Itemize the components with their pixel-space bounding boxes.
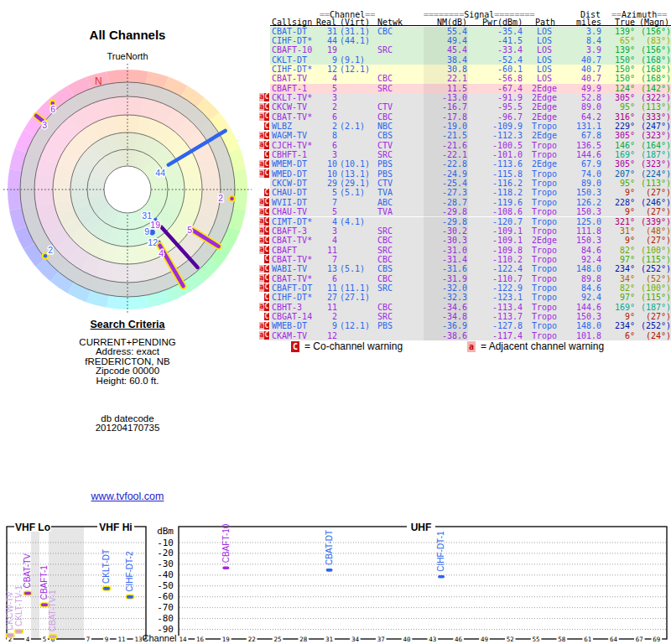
radar-marker-ch2 xyxy=(229,195,235,201)
cell-path: Tropo xyxy=(525,150,564,159)
cell-real: 8 xyxy=(304,131,337,140)
cell-pwr: -127.8 xyxy=(470,321,523,330)
table-row: CBAT-DT31(31.1)CBC55.4-35.4LOS3.9139°(15… xyxy=(270,27,671,36)
cell-pwr: -118.2 xyxy=(470,188,523,197)
channel-tick-label: 25 xyxy=(273,636,281,643)
cell-az_magn: (113°) xyxy=(637,179,671,188)
cell-nm: -22.1 xyxy=(419,150,467,159)
cell-az_true: 234° xyxy=(603,264,635,273)
cell-path: Tropo xyxy=(525,303,564,312)
cell-real: 13 xyxy=(304,264,337,273)
legend-adjacent-channel: a= Adjacent channel warning xyxy=(467,340,604,352)
cell-az_true: 146° xyxy=(603,141,635,150)
cell-az_magn: (168°) xyxy=(637,74,671,83)
radar-marker-label: 2 xyxy=(218,193,223,203)
channel-tick-label: 9 xyxy=(105,636,109,643)
warning-flags: C xyxy=(258,313,269,321)
co-channel-warning-icon: C xyxy=(264,274,269,283)
cell-miles: 3.9 xyxy=(567,45,601,55)
cell-az_magn: (246°) xyxy=(637,198,671,207)
cell-pwr: -112.3 xyxy=(470,131,523,140)
cell-az_true: 207° xyxy=(603,169,635,179)
co-channel-warning-icon: C xyxy=(264,93,269,101)
cell-miles: 67.8 xyxy=(567,131,601,140)
channel-tick-label: 58 xyxy=(558,636,566,643)
cell-az_magn: (83°) xyxy=(637,36,671,45)
radar-marker-label: 6 xyxy=(50,104,55,114)
cell-real: 5 xyxy=(304,84,337,93)
cell-netwk: SRC xyxy=(377,312,411,321)
channel-tick-label: 28 xyxy=(299,636,308,643)
channel-tick-label: 67 xyxy=(636,636,643,643)
tvfool-link[interactable]: www.tvfool.com xyxy=(44,491,211,502)
table-row: aCWMED-DT10(13.1)PBS-24.9-115.8Tropo74.0… xyxy=(270,169,671,179)
table-row: CIHF-DT*44(44.1)49.4-41.5LOS8.465°(83°) xyxy=(270,36,671,45)
table-row: aCCBAFT-DT11(11.1)SRC-32.0-122.9Tropo84.… xyxy=(270,283,671,293)
cell-nm: -21.6 xyxy=(419,141,467,150)
warning-flags: aC xyxy=(258,198,269,206)
cell-path: Tropo xyxy=(525,217,564,226)
co-channel-warning-icon: C xyxy=(264,208,269,216)
chart-marker-label: CBAT-TV-1 xyxy=(48,589,57,631)
cell-az_magn: (48°) xyxy=(637,226,671,236)
cell-real: 3 xyxy=(304,226,337,236)
co-channel-warning-icon: C xyxy=(264,322,269,330)
warning-flags: aC xyxy=(258,169,269,178)
table-row: aCCKCW-TV2CTV-16.7-95.52Edge89.095°(113°… xyxy=(270,102,671,112)
cell-az_true: 150° xyxy=(603,74,635,83)
warning-flags: aC xyxy=(258,236,269,245)
cell-miles: 125.0 xyxy=(567,217,601,226)
warning-flags: aC xyxy=(258,303,269,311)
cell-miles: 40.7 xyxy=(567,55,601,65)
cell-real: 10 xyxy=(304,159,337,169)
cell-nm: -31.6 xyxy=(419,264,467,273)
cell-netwk: CBS xyxy=(377,131,411,140)
chart-marker-CKLT-DT xyxy=(103,587,110,590)
warning-flags: aC xyxy=(258,246,269,254)
warning-flags xyxy=(258,27,269,35)
table-row: aCCBAT-TV*4CBC-30.3-109.12Edge150.39°(27… xyxy=(270,236,671,245)
chart-marker-CKLT-TV-1 xyxy=(16,630,23,633)
cell-pwr: -109.1 xyxy=(470,226,523,236)
cell-az_true: 97° xyxy=(603,255,635,264)
dbm-axis-label: dBm xyxy=(157,526,174,537)
cell-az_magn: (113°) xyxy=(637,102,671,112)
cell-az_true: 124° xyxy=(603,84,635,93)
cell-pwr: -122.9 xyxy=(470,283,523,293)
warning-flags: aC xyxy=(258,217,269,226)
cell-az_magn: (27°) xyxy=(637,236,671,245)
cell-path: 2Edge xyxy=(525,236,564,245)
cell-nm: -30.3 xyxy=(419,236,467,245)
cell-real: 2 xyxy=(304,102,337,112)
channel-tick-label: 49 xyxy=(481,636,488,643)
cell-az_true: 95° xyxy=(603,102,635,112)
cell-nm: -28.7 xyxy=(419,198,467,207)
cell-path: Tropo xyxy=(525,141,564,150)
cell-miles: 67.9 xyxy=(567,159,601,169)
cell-az_magn: (52°) xyxy=(637,274,671,283)
table-row: CCBGAT-142SRC-34.8-113.7Tropo150.39°(27°… xyxy=(270,312,671,321)
search-criteria-line: Height: 60.0 ft. xyxy=(44,377,211,386)
cell-path: Tropo xyxy=(525,293,564,302)
cell-real: 44 xyxy=(304,36,337,45)
channel-tick-label: 16 xyxy=(196,636,205,643)
cell-path: Tropo xyxy=(525,169,564,179)
cell-az_magn: (322°) xyxy=(637,93,671,102)
table-row: aCCBAT-TV*6CBC-17.8-96.72Edge64.2316°(33… xyxy=(270,112,671,122)
cell-az_magn: (24°) xyxy=(637,331,671,340)
co-channel-warning-icon: C xyxy=(264,236,269,245)
cell-az_true: 9° xyxy=(603,188,635,197)
cell-path: Tropo xyxy=(525,264,564,273)
cell-netwk: CBC xyxy=(377,255,411,264)
cell-nm: -36.9 xyxy=(419,321,467,330)
channel-tick-label: 52 xyxy=(507,636,514,643)
co-channel-warning-icon: C xyxy=(291,341,299,352)
cell-miles: 40.7 xyxy=(567,74,601,83)
co-channel-warning-icon: C xyxy=(264,313,269,321)
cell-virt: (31.1) xyxy=(340,27,377,36)
cell-az_magn: (224°) xyxy=(637,169,671,179)
cell-real: 4 xyxy=(304,236,337,245)
table-row: aCCBAFT11SRC-31.0-109.8Tropo84.682°(100°… xyxy=(270,246,671,255)
warning-flags xyxy=(258,179,269,188)
chart-marker-CIHF-DT-1 xyxy=(438,575,445,579)
